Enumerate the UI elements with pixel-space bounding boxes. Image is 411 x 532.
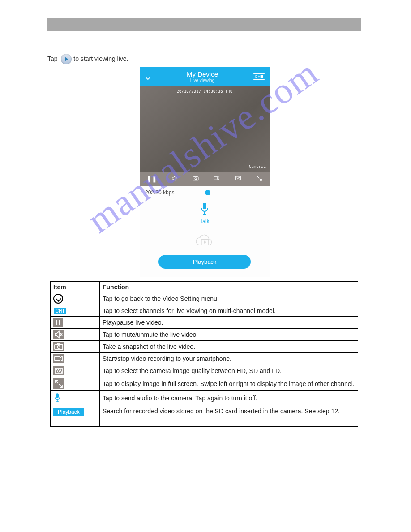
page-banner bbox=[47, 18, 361, 31]
row-func: Start/stop video recording to your smart… bbox=[100, 352, 358, 365]
header-item: Item bbox=[51, 282, 100, 292]
info-dot-icon[interactable] bbox=[205, 190, 210, 195]
channel-select-icon: CH bbox=[53, 307, 67, 315]
mic-icon[interactable] bbox=[199, 202, 210, 215]
bitrate-label: 202.30 kbps bbox=[145, 189, 174, 196]
mic-talk-icon bbox=[53, 392, 61, 404]
video-timestamp: 26/10/2017 14:30:36 THU bbox=[140, 89, 270, 94]
intro-suffix: to start viewing live. bbox=[73, 55, 128, 62]
playback-cloud-icon bbox=[145, 233, 264, 250]
speaker-mute-icon[interactable] bbox=[171, 175, 178, 183]
header-function: Function bbox=[100, 282, 358, 292]
back-chevron-icon[interactable]: ⌄ bbox=[144, 71, 152, 82]
app-title: My Device bbox=[187, 70, 218, 78]
speaker-mute-icon bbox=[53, 330, 64, 339]
expand-icon bbox=[53, 378, 64, 389]
svg-rect-5 bbox=[203, 203, 206, 209]
svg-point-10 bbox=[57, 346, 60, 348]
app-subtitle: Live viewing bbox=[187, 78, 218, 83]
play-icon bbox=[61, 54, 72, 64]
row-func: Tap to display image in full screen. Swi… bbox=[100, 377, 358, 390]
stream-quality-icon bbox=[53, 366, 64, 375]
playback-pill-icon: Playback bbox=[53, 408, 84, 416]
video-record-icon[interactable] bbox=[213, 175, 221, 183]
camera-snapshot-icon bbox=[53, 342, 64, 351]
svg-rect-12 bbox=[55, 356, 60, 361]
video-frame: 26/10/2017 14:30:36 THU Camera1 bbox=[140, 86, 270, 172]
pause-icon bbox=[53, 318, 63, 327]
phone-screenshot: ⌄ My Device Live viewing CH 26/10/2017 1… bbox=[140, 67, 270, 277]
legend-table: Item Function Tap to go back to the Vide… bbox=[50, 281, 358, 427]
row-func: Tap to select channels for live viewing … bbox=[100, 305, 358, 317]
app-header: ⌄ My Device Live viewing CH bbox=[140, 67, 270, 86]
row-func: Tap to send audio to the camera. Tap aga… bbox=[100, 390, 358, 406]
svg-point-1 bbox=[195, 177, 197, 179]
camera-label: Camera1 bbox=[249, 164, 266, 169]
row-func: Tap to mute/unmute the live video. bbox=[100, 328, 358, 340]
camera-snapshot-icon[interactable] bbox=[192, 175, 199, 183]
row-func: Search for recorded video stored on the … bbox=[100, 406, 358, 426]
chevron-down-icon bbox=[53, 294, 63, 304]
row-func: Tap to select the camera image quality b… bbox=[100, 365, 358, 377]
video-record-icon bbox=[53, 354, 64, 363]
playback-button[interactable]: Playback bbox=[158, 255, 251, 269]
svg-rect-0 bbox=[193, 176, 198, 180]
svg-rect-3 bbox=[214, 176, 218, 180]
row-func: Take a snapshot of the live video. bbox=[100, 340, 358, 352]
stream-quality-icon[interactable] bbox=[235, 175, 242, 183]
row-func: Play/pause live video. bbox=[100, 316, 358, 328]
control-bar: ❚❚ bbox=[140, 172, 270, 186]
talk-label: Talk bbox=[145, 218, 264, 224]
pause-icon[interactable]: ❚❚ bbox=[146, 175, 157, 182]
svg-rect-14 bbox=[56, 393, 59, 398]
channel-badge-icon[interactable]: CH bbox=[253, 73, 265, 80]
intro-line: Tap to start viewing live. bbox=[47, 54, 362, 64]
row-func: Tap to go back to the Video Setting menu… bbox=[100, 292, 358, 305]
expand-icon[interactable] bbox=[256, 175, 263, 183]
intro-prefix: Tap bbox=[47, 55, 58, 62]
